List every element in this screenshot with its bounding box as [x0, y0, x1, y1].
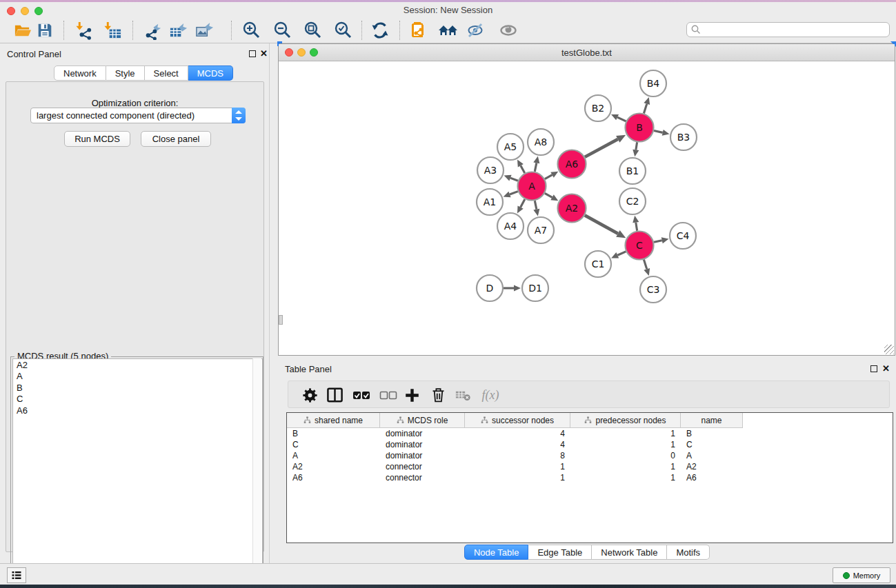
result-list-item[interactable]: C [13, 394, 262, 405]
edge-C-C1[interactable] [617, 252, 626, 255]
table-cell[interactable]: 1 [570, 461, 681, 472]
table-cell[interactable]: A2 [681, 461, 743, 472]
edge-A-A5[interactable] [521, 165, 525, 173]
table-cell[interactable]: dominator [380, 439, 465, 450]
column-header-successor-nodes[interactable]: successor nodes [465, 413, 570, 428]
first-neighbors-icon[interactable] [408, 20, 431, 41]
edge-B-B3[interactable] [654, 131, 663, 133]
float-panel-icon[interactable] [249, 50, 256, 57]
tab-select[interactable]: Select [145, 65, 188, 81]
edge-A-A4[interactable] [521, 199, 525, 207]
memory-button[interactable]: Memory [833, 567, 890, 583]
edge-A-A8[interactable] [535, 163, 537, 172]
deselect-all-checkboxes-icon[interactable] [378, 386, 399, 404]
table-cell[interactable]: B [681, 428, 743, 439]
export-table-icon[interactable] [166, 20, 190, 41]
save-session-icon[interactable] [33, 20, 57, 41]
column-header-name[interactable]: name [681, 413, 743, 428]
table-cell[interactable]: 1 [570, 472, 681, 483]
show-hide-columns-icon[interactable] [324, 386, 345, 404]
show-panel-list-button[interactable] [7, 567, 26, 583]
mcds-result-list[interactable]: A2ABCA6 [12, 358, 263, 587]
zoom-fit-content-icon[interactable] [301, 20, 325, 41]
import-table-icon[interactable] [101, 20, 124, 41]
import-network-icon[interactable] [72, 20, 96, 41]
table-row[interactable]: Cdominator41C [287, 439, 893, 450]
close-table-panel-icon[interactable]: ✕ [882, 363, 890, 374]
table-cell[interactable]: A6 [287, 472, 380, 483]
table-cell[interactable]: 1 [465, 461, 570, 472]
table-cell[interactable]: A [681, 450, 743, 461]
table-cell[interactable]: 1 [465, 472, 570, 483]
edge-C-C3[interactable] [644, 260, 646, 270]
zoom-selected-icon[interactable] [332, 20, 355, 41]
window-resize-grip[interactable] [884, 345, 894, 354]
tab-style[interactable]: Style [106, 65, 145, 81]
edge-C-C2[interactable] [636, 223, 637, 231]
table-cell[interactable]: 4 [465, 439, 570, 450]
node-table[interactable]: shared nameMCDS rolesuccessor nodesprede… [286, 412, 893, 543]
column-header-MCDS-role[interactable]: MCDS role [380, 413, 465, 428]
delete-column-trash-icon[interactable] [428, 386, 448, 404]
tab-motifs[interactable]: Motifs [667, 545, 710, 560]
table-cell[interactable]: connector [380, 461, 465, 472]
add-column-icon[interactable] [401, 386, 422, 404]
export-image-icon[interactable] [192, 20, 216, 41]
result-list-scrollbar[interactable] [252, 358, 261, 587]
tab-node-table[interactable]: Node Table [464, 545, 529, 560]
search-field[interactable] [686, 22, 890, 37]
edge-C-C4[interactable] [654, 241, 662, 243]
edge-A-A3[interactable] [510, 178, 518, 181]
search-input[interactable] [701, 25, 889, 34]
table-cell[interactable]: A2 [287, 461, 380, 472]
close-panel-icon[interactable]: ✕ [260, 48, 268, 59]
run-mcds-button[interactable]: Run MCDS [64, 131, 130, 147]
open-session-icon[interactable] [10, 20, 34, 41]
table-cell[interactable]: B [287, 428, 380, 439]
zoom-in-icon[interactable] [240, 20, 263, 41]
result-list-item[interactable]: A [13, 371, 262, 383]
close-panel-button[interactable]: Close panel [141, 131, 211, 147]
edge-A-A1[interactable] [510, 192, 518, 194]
column-header-shared-name[interactable]: shared name [287, 413, 380, 428]
edge-B-B2[interactable] [617, 117, 626, 121]
result-list-item[interactable]: A6 [13, 405, 262, 416]
select-all-checkboxes-icon[interactable] [351, 386, 372, 404]
table-row[interactable]: A6connector11A6 [287, 472, 893, 483]
table-row[interactable]: A2connector11A2 [287, 461, 893, 472]
table-cell[interactable]: 4 [465, 428, 570, 439]
table-cell[interactable]: C [287, 439, 380, 450]
network-canvas[interactable]: B4B2BB3A8A5A6A3B1AC2A1A2A4A7C4CC1DD1C3 [279, 61, 895, 355]
edge-B-B1[interactable] [636, 142, 637, 150]
canvas-edge-handle[interactable] [279, 315, 283, 325]
table-cell[interactable]: A6 [681, 472, 743, 483]
refresh-layout-icon[interactable] [368, 20, 392, 41]
table-cell[interactable]: 1 [570, 428, 681, 439]
edge-B-B4[interactable] [644, 104, 646, 114]
tab-network-table[interactable]: Network Table [592, 545, 667, 560]
network-window-titlebar[interactable]: testGlobe.txt [279, 44, 895, 61]
result-list-item[interactable]: B [13, 382, 262, 394]
table-cell[interactable]: dominator [380, 450, 465, 461]
table-cell[interactable]: C [681, 439, 743, 450]
table-row[interactable]: Adominator80A [287, 450, 893, 461]
edge-A-A6[interactable] [545, 175, 552, 179]
export-network-icon[interactable] [141, 20, 164, 41]
result-list-item[interactable]: A2 [13, 359, 262, 371]
table-cell[interactable]: 1 [570, 439, 681, 450]
float-table-panel-icon[interactable] [870, 365, 877, 372]
table-cell[interactable]: connector [380, 472, 465, 483]
table-cell[interactable]: A [287, 450, 380, 461]
edge-A6-B[interactable] [585, 139, 618, 157]
tab-edge-table[interactable]: Edge Table [528, 545, 592, 560]
home-icon[interactable] [437, 20, 460, 41]
criterion-dropdown[interactable]: largest connected component (directed) [30, 108, 246, 123]
zoom-out-icon[interactable] [271, 20, 295, 41]
table-cell[interactable]: 8 [465, 450, 570, 461]
hide-selected-eye-slash-icon[interactable] [464, 20, 488, 41]
show-all-eye-icon[interactable] [497, 20, 520, 41]
table-cell[interactable]: 0 [570, 450, 681, 461]
tab-network[interactable]: Network [54, 65, 106, 81]
table-cell[interactable]: dominator [380, 428, 465, 439]
tab-mcds[interactable]: MCDS [188, 65, 233, 81]
